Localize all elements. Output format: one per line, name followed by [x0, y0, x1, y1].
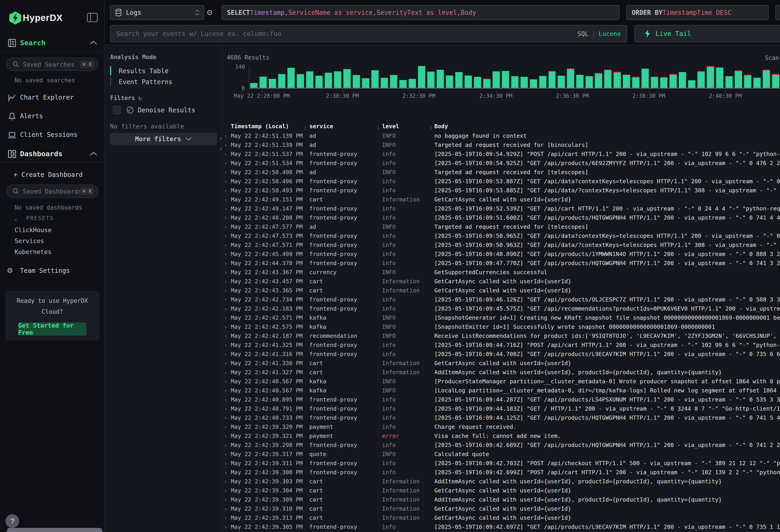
- mode-event-patterns[interactable]: Event Patterns: [110, 77, 206, 87]
- table-row[interactable]: ›May 22 2:42:50.498 PMadINFOTargeted ad …: [224, 168, 780, 177]
- sidebar-item-chart-explorer[interactable]: Chart Explorer: [0, 92, 104, 103]
- histogram-bar[interactable]: [744, 66, 751, 88]
- column-resize-handle[interactable]: ⁞: [430, 123, 432, 133]
- histogram-bar[interactable]: [548, 66, 556, 88]
- row-expand-chevron-icon[interactable]: ›: [224, 441, 231, 450]
- row-expand-chevron-icon[interactable]: ›: [224, 186, 231, 195]
- histogram-bar[interactable]: [343, 66, 351, 88]
- denoise-checkbox[interactable]: [113, 106, 121, 114]
- table-row[interactable]: ›May 22 2:42:44.378 PMfrontend-proxyinfo…: [224, 259, 780, 268]
- histogram-bar[interactable]: [287, 66, 295, 88]
- histogram-bar[interactable]: [427, 66, 435, 88]
- table-row[interactable]: ›May 22 2:42:43.367 PMcurrencyINFOGetSup…: [224, 268, 780, 277]
- sidebar-item-client-sessions[interactable]: Client Sessions: [0, 130, 104, 141]
- mode-results-table[interactable]: Results Table: [110, 65, 206, 77]
- row-expand-chevron-icon[interactable]: ›: [224, 523, 231, 532]
- table-row[interactable]: ›May 22 2:42:42.183 PMfrontend-proxyinfo…: [224, 304, 780, 313]
- row-expand-chevron-icon[interactable]: ›: [224, 204, 231, 213]
- row-expand-chevron-icon[interactable]: ›: [224, 141, 231, 150]
- row-expand-chevron-icon[interactable]: ›: [224, 313, 231, 322]
- histogram-bar[interactable]: [269, 66, 276, 88]
- row-expand-chevron-icon[interactable]: ›: [224, 504, 231, 513]
- sidebar-item-team-settings[interactable]: ⚙ Team Settings: [0, 265, 104, 277]
- histogram-bar[interactable]: [697, 66, 705, 88]
- histogram-bar[interactable]: [325, 66, 332, 88]
- histogram-bar[interactable]: [437, 66, 444, 88]
- table-row[interactable]: ›May 22 2:42:39.304 PMcartInformationGet…: [224, 486, 780, 495]
- chevron-up-icon[interactable]: [90, 151, 97, 156]
- get-started-button[interactable]: Get Started for Free: [18, 322, 86, 336]
- histogram-bar[interactable]: [334, 66, 341, 88]
- sidebar-item-alerts[interactable]: Alerts: [0, 111, 104, 122]
- table-row[interactable]: ›May 22 2:42:39.313 PMcartInformationGet…: [224, 513, 780, 523]
- row-expand-chevron-icon[interactable]: ›: [224, 150, 231, 159]
- histogram-bar[interactable]: [716, 66, 723, 88]
- table-row[interactable]: ›May 22 2:42:41.327 PMcartInformationAdd…: [224, 368, 780, 377]
- table-row[interactable]: ›May 22 2:42:42.734 PMfrontend-proxyinfo…: [224, 295, 780, 304]
- histogram-bar[interactable]: [632, 66, 639, 88]
- histogram-bar[interactable]: [306, 66, 313, 88]
- row-expand-chevron-icon[interactable]: ›: [224, 468, 231, 477]
- histogram-bar[interactable]: [539, 66, 546, 88]
- histogram-bar[interactable]: [493, 66, 500, 88]
- mode-sql-button[interactable]: SQL: [577, 30, 589, 37]
- table-row[interactable]: ›May 22 2:42:47.577 PMadINFOTargeted ad …: [224, 222, 780, 232]
- row-expand-chevron-icon[interactable]: ›: [224, 250, 231, 259]
- row-expand-chevron-icon[interactable]: ›: [224, 413, 231, 423]
- histogram-bar[interactable]: [586, 66, 593, 88]
- saved-dashboards-input[interactable]: Saved Dashboards ⌘ K: [6, 185, 98, 198]
- preset-item-kubernetes[interactable]: Kubernetes: [14, 248, 52, 255]
- row-expand-chevron-icon[interactable]: ›: [224, 268, 231, 277]
- histogram-bar[interactable]: [474, 66, 481, 88]
- table-row[interactable]: ›May 22 2:42:49.151 PMcartInformationGet…: [224, 195, 780, 204]
- table-row[interactable]: ›May 22 2:42:47.573 PMfrontend-proxyinfo…: [224, 232, 780, 241]
- histogram-bar[interactable]: [735, 66, 742, 88]
- sidebar-item-search[interactable]: Search: [0, 37, 104, 49]
- row-expand-chevron-icon[interactable]: ›: [224, 259, 231, 268]
- table-row[interactable]: ›May 22 2:42:39.321 PMpaymenterrorVisa c…: [224, 432, 780, 441]
- row-expand-chevron-icon[interactable]: ›: [224, 232, 231, 241]
- histogram-bar[interactable]: [399, 66, 406, 88]
- table-row[interactable]: ›May 22 2:42:40.733 PMfrontend-proxyinfo…: [224, 413, 780, 423]
- table-row[interactable]: ›May 22 2:42:49.147 PMfrontend-proxyinfo…: [224, 204, 780, 213]
- histogram-bar[interactable]: [297, 66, 304, 88]
- create-dashboard-button[interactable]: + Create Dashboard: [14, 171, 83, 179]
- table-row[interactable]: ›May 22 2:42:41.316 PMfrontend-proxyinfo…: [224, 350, 780, 359]
- histogram-bar[interactable]: [641, 66, 649, 88]
- col-header-timestamp[interactable]: Timestamp (Local): [231, 122, 309, 132]
- row-expand-chevron-icon[interactable]: ›: [224, 295, 231, 304]
- table-row[interactable]: ›May 22 2:42:39.311 PMfrontend-proxyinfo…: [224, 459, 780, 468]
- row-expand-chevron-icon[interactable]: ›: [224, 341, 231, 350]
- row-expand-chevron-icon[interactable]: ›: [224, 513, 231, 523]
- histogram-bar[interactable]: [530, 66, 537, 88]
- histogram-bar[interactable]: [465, 66, 472, 88]
- histogram-bar[interactable]: [679, 66, 686, 88]
- denoise-results-toggle[interactable]: Denoise Results: [113, 105, 195, 115]
- table-row[interactable]: ›May 22 2:42:47.571 PMfrontend-proxyinfo…: [224, 241, 780, 250]
- histogram-bar[interactable]: [670, 66, 677, 88]
- preset-item-services[interactable]: Services: [14, 237, 44, 244]
- row-expand-chevron-icon[interactable]: ›: [224, 132, 231, 141]
- row-expand-chevron-icon[interactable]: ›: [224, 404, 231, 413]
- table-row[interactable]: ›May 22 2:42:48.208 PMfrontend-proxyinfo…: [224, 213, 780, 222]
- table-row[interactable]: ›May 22 2:42:40.895 PMfrontend-proxyinfo…: [224, 395, 780, 404]
- histogram-bar[interactable]: [371, 66, 379, 88]
- saved-searches-input[interactable]: Saved Searches ⌘ K: [6, 58, 98, 71]
- refresh-icon[interactable]: ↻: [138, 94, 142, 102]
- select-columns-input[interactable]: SELECT Timestamp, ServiceName as service…: [222, 5, 620, 20]
- row-expand-chevron-icon[interactable]: ›: [224, 241, 231, 250]
- row-expand-chevron-icon[interactable]: ›: [224, 222, 231, 232]
- mode-lucene-button[interactable]: Lucene: [598, 30, 621, 37]
- table-row[interactable]: ›May 22 2:42:51.534 PMfrontend-proxyinfo…: [224, 159, 780, 168]
- histogram-bar[interactable]: [381, 66, 388, 88]
- table-row[interactable]: ›May 22 2:42:51.537 PMfrontend-proxyinfo…: [224, 150, 780, 159]
- row-expand-chevron-icon[interactable]: ›: [224, 195, 231, 204]
- row-expand-chevron-icon[interactable]: ›: [224, 495, 231, 504]
- save-button[interactable]: Sa: [775, 5, 780, 20]
- row-expand-chevron-icon[interactable]: ›: [224, 377, 231, 386]
- table-row[interactable]: ›May 22 2:42:39.305 PMfrontend-proxyinfo…: [224, 523, 780, 532]
- row-expand-chevron-icon[interactable]: ›: [224, 332, 231, 341]
- chevron-up-icon[interactable]: [90, 40, 97, 45]
- column-resize-handle[interactable]: ⁞: [377, 123, 379, 133]
- row-expand-chevron-icon[interactable]: ›: [224, 386, 231, 395]
